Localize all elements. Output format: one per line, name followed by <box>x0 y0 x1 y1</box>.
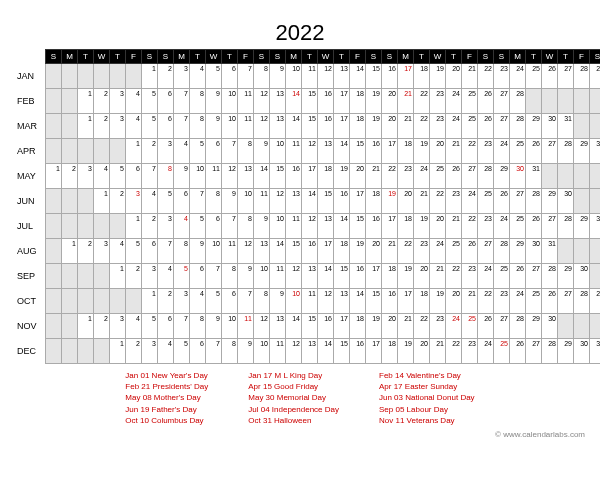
day-cell: 24 <box>430 239 446 264</box>
day-cell: 11 <box>286 214 302 239</box>
day-cell: 15 <box>270 164 286 189</box>
holiday-col-2: Jan 17 M L King DayApr 15 Good FridayMay… <box>248 370 339 426</box>
day-cell: 26 <box>510 264 526 289</box>
day-cell <box>574 164 590 189</box>
day-cell: 28 <box>574 64 590 89</box>
day-cell: 13 <box>334 289 350 314</box>
day-cell: 23 <box>414 239 430 264</box>
day-cell: 13 <box>302 264 318 289</box>
day-cell: 12 <box>302 214 318 239</box>
day-cell: 30 <box>574 339 590 364</box>
day-cell: 3 <box>174 64 190 89</box>
day-cell: 29 <box>590 64 601 89</box>
day-cell: 14 <box>286 89 302 114</box>
holiday-item: Jan 01 New Year's Day <box>125 370 208 381</box>
day-cell: 3 <box>94 239 110 264</box>
day-header: T <box>558 50 574 64</box>
day-cell: 27 <box>542 139 558 164</box>
day-cell <box>46 139 62 164</box>
day-cell: 28 <box>542 264 558 289</box>
day-cell: 13 <box>318 214 334 239</box>
day-cell: 9 <box>206 314 222 339</box>
day-header: F <box>462 50 478 64</box>
day-cell: 1 <box>78 89 94 114</box>
day-cell <box>590 164 601 189</box>
day-cell <box>46 189 62 214</box>
day-cell: 18 <box>350 314 366 339</box>
day-cell <box>94 139 110 164</box>
day-header: F <box>238 50 254 64</box>
day-cell: 23 <box>462 264 478 289</box>
day-header: T <box>446 50 462 64</box>
day-cell: 4 <box>190 64 206 89</box>
day-cell: 31 <box>590 339 601 364</box>
day-cell: 21 <box>398 314 414 339</box>
day-cell: 4 <box>174 214 190 239</box>
day-cell: 11 <box>302 64 318 89</box>
day-header: S <box>254 50 270 64</box>
day-cell: 6 <box>190 264 206 289</box>
day-cell: 11 <box>286 139 302 164</box>
day-cell: 29 <box>542 189 558 214</box>
day-cell: 18 <box>366 189 382 214</box>
day-cell: 12 <box>318 289 334 314</box>
day-header: M <box>286 50 302 64</box>
day-cell: 15 <box>366 64 382 89</box>
day-cell: 29 <box>590 289 601 314</box>
day-header: S <box>590 50 601 64</box>
day-cell: 23 <box>430 314 446 339</box>
day-cell: 2 <box>142 139 158 164</box>
day-cell: 3 <box>158 214 174 239</box>
holiday-item: May 08 Mother's Day <box>125 392 208 403</box>
day-cell <box>46 239 62 264</box>
day-cell: 2 <box>62 164 78 189</box>
day-header: W <box>94 50 110 64</box>
day-cell: 18 <box>382 339 398 364</box>
day-cell: 25 <box>510 214 526 239</box>
day-cell: 29 <box>558 339 574 364</box>
day-header: S <box>46 50 62 64</box>
day-cell: 14 <box>350 289 366 314</box>
day-cell: 12 <box>302 139 318 164</box>
day-cell: 2 <box>94 314 110 339</box>
holiday-item: Apr 15 Good Friday <box>248 381 339 392</box>
day-cell <box>110 139 126 164</box>
day-cell: 28 <box>510 114 526 139</box>
day-cell <box>126 64 142 89</box>
day-cell: 4 <box>94 164 110 189</box>
day-header: T <box>222 50 238 64</box>
day-cell <box>78 339 94 364</box>
day-cell: 11 <box>238 89 254 114</box>
calendar-grid: SMTWTFSSMTWTFSSMTWTFSSMTWTFSSMTWTFSSM JA… <box>15 49 600 364</box>
day-cell: 2 <box>158 289 174 314</box>
day-cell: 25 <box>494 264 510 289</box>
day-cell <box>62 289 78 314</box>
day-cell: 13 <box>238 164 254 189</box>
day-cell: 24 <box>494 214 510 239</box>
day-cell: 23 <box>462 339 478 364</box>
holiday-item: Feb 14 Valentine's Day <box>379 370 475 381</box>
month-label: DEC <box>15 339 46 364</box>
day-header: T <box>334 50 350 64</box>
day-cell: 6 <box>222 289 238 314</box>
day-cell <box>542 89 558 114</box>
day-cell <box>62 139 78 164</box>
day-cell: 10 <box>286 64 302 89</box>
day-cell: 29 <box>574 139 590 164</box>
day-cell: 15 <box>302 89 318 114</box>
day-cell: 12 <box>286 264 302 289</box>
day-cell: 16 <box>382 289 398 314</box>
day-cell <box>46 64 62 89</box>
day-cell: 21 <box>398 114 414 139</box>
day-cell: 23 <box>430 114 446 139</box>
day-cell: 9 <box>206 89 222 114</box>
day-cell <box>590 314 601 339</box>
day-cell: 25 <box>462 89 478 114</box>
day-cell: 3 <box>142 264 158 289</box>
day-cell: 15 <box>366 289 382 314</box>
day-cell: 3 <box>110 114 126 139</box>
day-cell: 25 <box>462 314 478 339</box>
holiday-col-1: Jan 01 New Year's DayFeb 21 Presidents' … <box>125 370 208 426</box>
day-cell: 20 <box>414 264 430 289</box>
day-cell: 10 <box>206 239 222 264</box>
